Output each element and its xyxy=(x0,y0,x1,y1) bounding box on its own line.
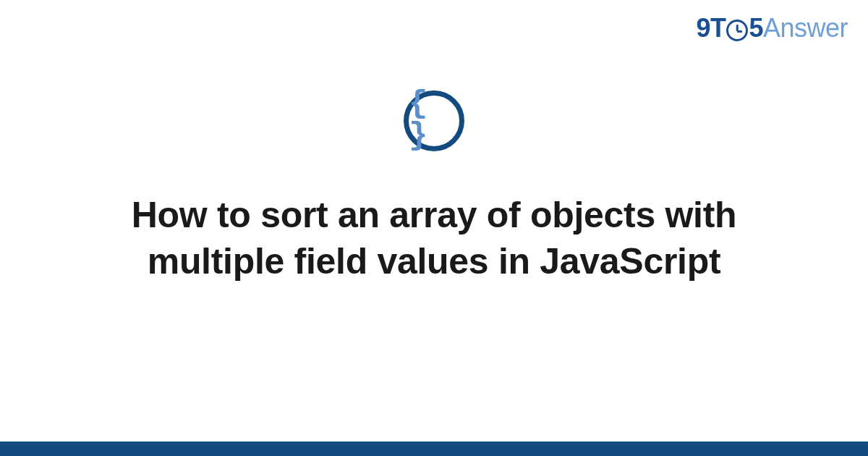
category-badge: { } xyxy=(404,90,464,151)
logo-text-5: 5 xyxy=(749,13,763,43)
logo-text-answer: Answer xyxy=(763,13,848,43)
main-content: { } How to sort an array of objects with… xyxy=(0,90,868,284)
clock-icon xyxy=(726,20,748,41)
footer-accent-bar xyxy=(0,442,868,456)
page-title: How to sort an array of objects with mul… xyxy=(101,192,767,284)
site-logo: 9T 5 Answer xyxy=(696,13,848,43)
logo-text-9t: 9T xyxy=(696,13,726,43)
code-braces-icon: { } xyxy=(409,88,459,151)
